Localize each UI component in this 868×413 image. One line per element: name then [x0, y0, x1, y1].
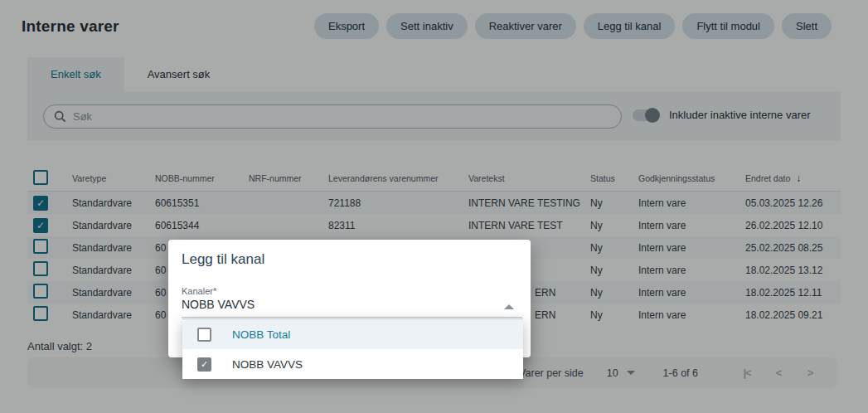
- option-nobb-vavvs[interactable]: NOBB VAVVS: [182, 349, 523, 379]
- modal-title: Legg til kanal: [182, 251, 264, 268]
- option-nobb-total[interactable]: NOBB Total: [182, 319, 523, 349]
- select-caret-up-icon[interactable]: [504, 304, 514, 309]
- interne-varer-page: Interne varer Eksport Sett inaktiv Reakt…: [0, 0, 868, 413]
- option-label: NOBB VAVVS: [232, 358, 303, 371]
- kanaler-field-label: Kanaler*: [182, 286, 216, 296]
- option-checkbox[interactable]: [197, 357, 211, 372]
- field-underline: [182, 317, 522, 318]
- kanaler-dropdown: NOBB Total NOBB VAVVS: [182, 318, 523, 379]
- kanaler-select[interactable]: NOBB VAVVS: [182, 298, 505, 311]
- option-checkbox[interactable]: [197, 328, 211, 342]
- option-label: NOBB Total: [232, 328, 290, 341]
